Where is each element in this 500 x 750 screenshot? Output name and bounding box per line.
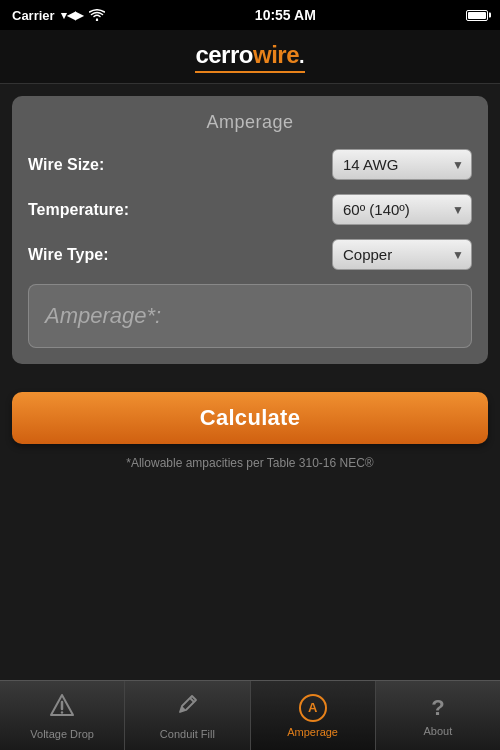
logo: cerrowire. — [195, 41, 304, 73]
wire-type-label: Wire Type: — [28, 246, 108, 264]
temperature-row: Temperature: 60º (140º) 75º (167º) 90º (… — [28, 194, 472, 225]
battery-icon — [466, 10, 488, 21]
temperature-label: Temperature: — [28, 201, 129, 219]
logo-cerro: cerro — [195, 41, 253, 69]
status-battery — [466, 10, 488, 21]
temperature-select-wrapper: 60º (140º) 75º (167º) 90º (194º) ▼ — [332, 194, 472, 225]
footnote: *Allowable ampacities per Table 310-16 N… — [12, 456, 488, 470]
wire-size-select-wrapper: 14 AWG 12 AWG 10 AWG 8 AWG 6 AWG 4 AWG 2… — [332, 149, 472, 180]
amperage-placeholder: Amperage*: — [45, 303, 161, 329]
calculate-button[interactable]: Calculate — [12, 392, 488, 444]
amperage-tab-icon: A — [299, 694, 327, 722]
wifi-icon: ▾◀▶ — [61, 9, 83, 22]
conduit-fill-icon — [174, 692, 200, 724]
pencil-icon — [174, 692, 200, 718]
status-bar: Carrier ▾◀▶ 10:55 AM — [0, 0, 500, 30]
amperage-display: Amperage*: — [28, 284, 472, 348]
svg-point-3 — [61, 711, 63, 713]
tab-voltage-drop-label: Voltage Drop — [30, 728, 94, 740]
wire-size-row: Wire Size: 14 AWG 12 AWG 10 AWG 8 AWG 6 … — [28, 149, 472, 180]
wire-size-select[interactable]: 14 AWG 12 AWG 10 AWG 8 AWG 6 AWG 4 AWG 2… — [332, 149, 472, 180]
tab-conduit-fill-label: Conduit Fill — [160, 728, 215, 740]
app-header: cerrowire. — [0, 30, 500, 84]
wire-type-row: Wire Type: Copper Aluminum ▼ — [28, 239, 472, 270]
tab-amperage[interactable]: A Amperage — [251, 681, 376, 750]
wire-type-select[interactable]: Copper Aluminum — [332, 239, 472, 270]
tab-voltage-drop[interactable]: Voltage Drop — [0, 681, 125, 750]
warning-triangle-icon — [49, 692, 75, 718]
tab-about[interactable]: ? About — [376, 681, 500, 750]
tab-amperage-label: Amperage — [287, 726, 338, 738]
wifi-signal-icon — [89, 9, 105, 21]
status-carrier: Carrier ▾◀▶ — [12, 8, 105, 23]
logo-underline — [195, 71, 304, 73]
section-title: Amperage — [28, 112, 472, 133]
main-form-card: Amperage Wire Size: 14 AWG 12 AWG 10 AWG… — [12, 96, 488, 364]
status-time: 10:55 AM — [255, 7, 316, 23]
wire-type-select-wrapper: Copper Aluminum ▼ — [332, 239, 472, 270]
logo-dot: . — [299, 45, 305, 68]
tab-conduit-fill[interactable]: Conduit Fill — [125, 681, 250, 750]
about-icon: ? — [431, 695, 444, 721]
carrier-label: Carrier — [12, 8, 55, 23]
voltage-drop-icon — [49, 692, 75, 724]
tab-about-label: About — [424, 725, 453, 737]
logo-text: cerrowire. — [195, 41, 304, 69]
tab-bar: Voltage Drop Conduit Fill A Amperage ? A… — [0, 680, 500, 750]
svg-point-0 — [95, 19, 97, 21]
wire-size-label: Wire Size: — [28, 156, 104, 174]
temperature-select[interactable]: 60º (140º) 75º (167º) 90º (194º) — [332, 194, 472, 225]
logo-wire: wire — [253, 41, 299, 69]
